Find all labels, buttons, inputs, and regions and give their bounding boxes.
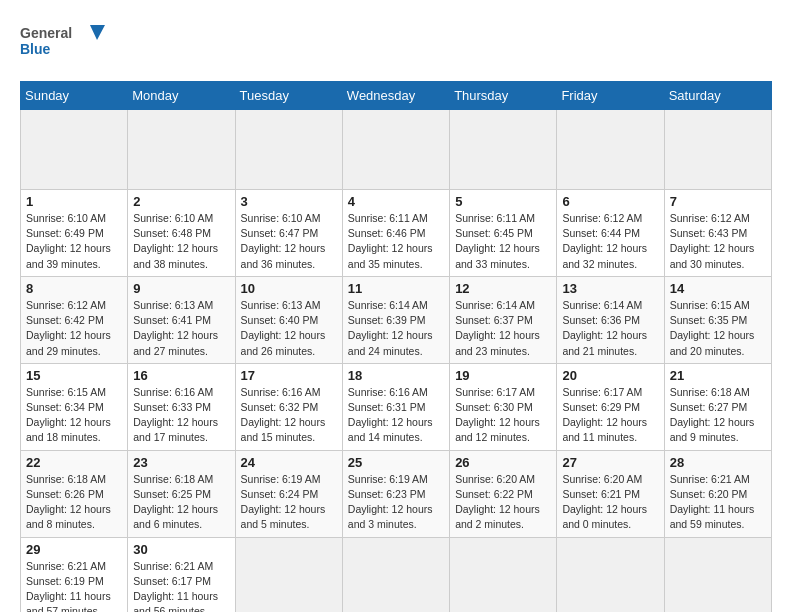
calendar-cell: 10 Sunrise: 6:13 AMSunset: 6:40 PMDaylig… bbox=[235, 276, 342, 363]
day-detail: Sunrise: 6:21 AMSunset: 6:19 PMDaylight:… bbox=[26, 560, 111, 613]
day-number: 23 bbox=[133, 455, 229, 470]
page-header: General Blue bbox=[20, 20, 772, 65]
day-detail: Sunrise: 6:16 AMSunset: 6:33 PMDaylight:… bbox=[133, 386, 218, 444]
day-detail: Sunrise: 6:10 AMSunset: 6:49 PMDaylight:… bbox=[26, 212, 111, 270]
calendar-cell bbox=[235, 110, 342, 190]
calendar-cell: 26 Sunrise: 6:20 AMSunset: 6:22 PMDaylig… bbox=[450, 450, 557, 537]
day-number: 14 bbox=[670, 281, 766, 296]
day-number: 9 bbox=[133, 281, 229, 296]
day-detail: Sunrise: 6:10 AMSunset: 6:48 PMDaylight:… bbox=[133, 212, 218, 270]
day-detail: Sunrise: 6:15 AMSunset: 6:35 PMDaylight:… bbox=[670, 299, 755, 357]
svg-text:General: General bbox=[20, 25, 72, 41]
day-number: 25 bbox=[348, 455, 444, 470]
day-number: 21 bbox=[670, 368, 766, 383]
day-detail: Sunrise: 6:16 AMSunset: 6:31 PMDaylight:… bbox=[348, 386, 433, 444]
day-detail: Sunrise: 6:11 AMSunset: 6:46 PMDaylight:… bbox=[348, 212, 433, 270]
logo: General Blue bbox=[20, 20, 110, 65]
day-number: 1 bbox=[26, 194, 122, 209]
week-row-2: 1 Sunrise: 6:10 AMSunset: 6:49 PMDayligh… bbox=[21, 190, 772, 277]
day-detail: Sunrise: 6:21 AMSunset: 6:17 PMDaylight:… bbox=[133, 560, 218, 613]
day-detail: Sunrise: 6:13 AMSunset: 6:40 PMDaylight:… bbox=[241, 299, 326, 357]
day-number: 13 bbox=[562, 281, 658, 296]
calendar-cell: 18 Sunrise: 6:16 AMSunset: 6:31 PMDaylig… bbox=[342, 363, 449, 450]
calendar-cell bbox=[557, 537, 664, 612]
day-header-monday: Monday bbox=[128, 82, 235, 110]
calendar-cell: 16 Sunrise: 6:16 AMSunset: 6:33 PMDaylig… bbox=[128, 363, 235, 450]
day-number: 26 bbox=[455, 455, 551, 470]
day-header-friday: Friday bbox=[557, 82, 664, 110]
day-number: 22 bbox=[26, 455, 122, 470]
day-number: 12 bbox=[455, 281, 551, 296]
calendar-cell bbox=[557, 110, 664, 190]
day-number: 2 bbox=[133, 194, 229, 209]
calendar-cell bbox=[21, 110, 128, 190]
calendar-cell: 20 Sunrise: 6:17 AMSunset: 6:29 PMDaylig… bbox=[557, 363, 664, 450]
calendar-table: SundayMondayTuesdayWednesdayThursdayFrid… bbox=[20, 81, 772, 612]
day-number: 8 bbox=[26, 281, 122, 296]
calendar-cell: 17 Sunrise: 6:16 AMSunset: 6:32 PMDaylig… bbox=[235, 363, 342, 450]
calendar-cell: 9 Sunrise: 6:13 AMSunset: 6:41 PMDayligh… bbox=[128, 276, 235, 363]
calendar-cell: 1 Sunrise: 6:10 AMSunset: 6:49 PMDayligh… bbox=[21, 190, 128, 277]
calendar-cell: 5 Sunrise: 6:11 AMSunset: 6:45 PMDayligh… bbox=[450, 190, 557, 277]
day-detail: Sunrise: 6:20 AMSunset: 6:22 PMDaylight:… bbox=[455, 473, 540, 531]
calendar-cell: 15 Sunrise: 6:15 AMSunset: 6:34 PMDaylig… bbox=[21, 363, 128, 450]
calendar-cell: 29 Sunrise: 6:21 AMSunset: 6:19 PMDaylig… bbox=[21, 537, 128, 612]
day-detail: Sunrise: 6:15 AMSunset: 6:34 PMDaylight:… bbox=[26, 386, 111, 444]
calendar-cell bbox=[664, 537, 771, 612]
day-header-sunday: Sunday bbox=[21, 82, 128, 110]
day-detail: Sunrise: 6:10 AMSunset: 6:47 PMDaylight:… bbox=[241, 212, 326, 270]
day-header-thursday: Thursday bbox=[450, 82, 557, 110]
calendar-cell: 22 Sunrise: 6:18 AMSunset: 6:26 PMDaylig… bbox=[21, 450, 128, 537]
day-detail: Sunrise: 6:19 AMSunset: 6:24 PMDaylight:… bbox=[241, 473, 326, 531]
day-detail: Sunrise: 6:11 AMSunset: 6:45 PMDaylight:… bbox=[455, 212, 540, 270]
logo-svg: General Blue bbox=[20, 20, 110, 65]
day-detail: Sunrise: 6:12 AMSunset: 6:43 PMDaylight:… bbox=[670, 212, 755, 270]
day-number: 19 bbox=[455, 368, 551, 383]
day-detail: Sunrise: 6:14 AMSunset: 6:39 PMDaylight:… bbox=[348, 299, 433, 357]
day-header-saturday: Saturday bbox=[664, 82, 771, 110]
days-header-row: SundayMondayTuesdayWednesdayThursdayFrid… bbox=[21, 82, 772, 110]
day-number: 16 bbox=[133, 368, 229, 383]
calendar-cell: 30 Sunrise: 6:21 AMSunset: 6:17 PMDaylig… bbox=[128, 537, 235, 612]
calendar-cell: 25 Sunrise: 6:19 AMSunset: 6:23 PMDaylig… bbox=[342, 450, 449, 537]
calendar-cell: 11 Sunrise: 6:14 AMSunset: 6:39 PMDaylig… bbox=[342, 276, 449, 363]
day-number: 27 bbox=[562, 455, 658, 470]
week-row-1 bbox=[21, 110, 772, 190]
calendar-cell: 2 Sunrise: 6:10 AMSunset: 6:48 PMDayligh… bbox=[128, 190, 235, 277]
calendar-cell: 4 Sunrise: 6:11 AMSunset: 6:46 PMDayligh… bbox=[342, 190, 449, 277]
day-detail: Sunrise: 6:20 AMSunset: 6:21 PMDaylight:… bbox=[562, 473, 647, 531]
day-detail: Sunrise: 6:16 AMSunset: 6:32 PMDaylight:… bbox=[241, 386, 326, 444]
calendar-cell: 14 Sunrise: 6:15 AMSunset: 6:35 PMDaylig… bbox=[664, 276, 771, 363]
day-detail: Sunrise: 6:21 AMSunset: 6:20 PMDaylight:… bbox=[670, 473, 755, 531]
svg-text:Blue: Blue bbox=[20, 41, 51, 57]
day-number: 15 bbox=[26, 368, 122, 383]
week-row-3: 8 Sunrise: 6:12 AMSunset: 6:42 PMDayligh… bbox=[21, 276, 772, 363]
day-detail: Sunrise: 6:14 AMSunset: 6:37 PMDaylight:… bbox=[455, 299, 540, 357]
day-number: 5 bbox=[455, 194, 551, 209]
day-detail: Sunrise: 6:12 AMSunset: 6:42 PMDaylight:… bbox=[26, 299, 111, 357]
calendar-cell: 6 Sunrise: 6:12 AMSunset: 6:44 PMDayligh… bbox=[557, 190, 664, 277]
calendar-cell bbox=[450, 537, 557, 612]
day-number: 4 bbox=[348, 194, 444, 209]
day-detail: Sunrise: 6:18 AMSunset: 6:27 PMDaylight:… bbox=[670, 386, 755, 444]
day-detail: Sunrise: 6:18 AMSunset: 6:25 PMDaylight:… bbox=[133, 473, 218, 531]
day-number: 11 bbox=[348, 281, 444, 296]
day-number: 7 bbox=[670, 194, 766, 209]
calendar-cell: 24 Sunrise: 6:19 AMSunset: 6:24 PMDaylig… bbox=[235, 450, 342, 537]
calendar-cell bbox=[342, 537, 449, 612]
calendar-cell: 27 Sunrise: 6:20 AMSunset: 6:21 PMDaylig… bbox=[557, 450, 664, 537]
day-detail: Sunrise: 6:17 AMSunset: 6:29 PMDaylight:… bbox=[562, 386, 647, 444]
week-row-6: 29 Sunrise: 6:21 AMSunset: 6:19 PMDaylig… bbox=[21, 537, 772, 612]
day-number: 18 bbox=[348, 368, 444, 383]
calendar-cell: 21 Sunrise: 6:18 AMSunset: 6:27 PMDaylig… bbox=[664, 363, 771, 450]
day-number: 29 bbox=[26, 542, 122, 557]
calendar-cell bbox=[664, 110, 771, 190]
calendar-cell bbox=[128, 110, 235, 190]
day-header-wednesday: Wednesday bbox=[342, 82, 449, 110]
day-number: 17 bbox=[241, 368, 337, 383]
calendar-cell bbox=[450, 110, 557, 190]
day-detail: Sunrise: 6:13 AMSunset: 6:41 PMDaylight:… bbox=[133, 299, 218, 357]
calendar-cell bbox=[235, 537, 342, 612]
calendar-cell: 23 Sunrise: 6:18 AMSunset: 6:25 PMDaylig… bbox=[128, 450, 235, 537]
svg-marker-2 bbox=[90, 25, 105, 40]
